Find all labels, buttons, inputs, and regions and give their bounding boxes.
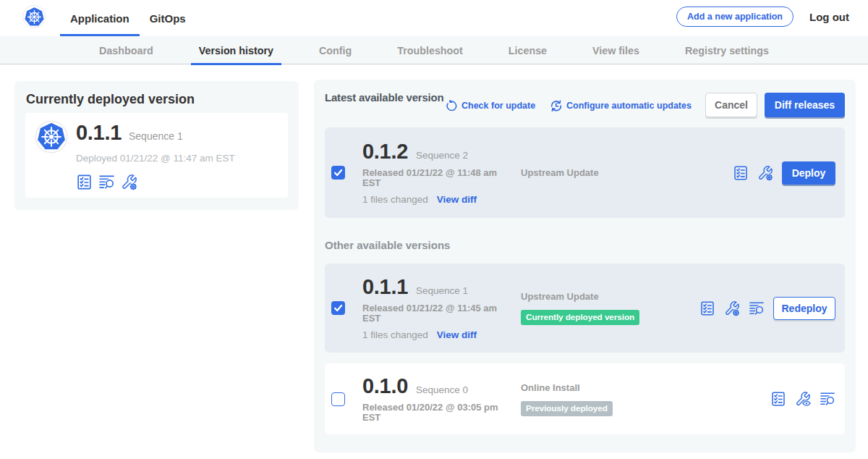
deployed-info: 0.1.1 Sequence 1 Deployed 01/21/22 @ 11:…: [76, 121, 235, 190]
version-checkbox-0-1-2[interactable]: [331, 166, 345, 180]
currently-deployed-badge: Currently deployed version: [521, 310, 639, 325]
version-sequence: Sequence 2: [416, 150, 468, 161]
version-sequence: Sequence 1: [416, 285, 468, 296]
version-number: 0.1.1: [362, 276, 408, 298]
nav-tab-gitops[interactable]: GitOps: [140, 0, 196, 36]
logs-icon[interactable]: [820, 391, 835, 407]
navbar-right: Add a new application Log out: [676, 0, 849, 35]
top-navbar: Application GitOps Add a new application…: [0, 0, 868, 36]
wrench-gear-icon[interactable]: [724, 300, 740, 316]
nav-tab-application[interactable]: Application: [60, 0, 140, 36]
view-diff-link[interactable]: View diff: [437, 329, 477, 340]
app-subnav: Dashboard Version history Config Trouble…: [0, 36, 868, 64]
currently-deployed-card: Currently deployed version 0.1.1 Sequenc…: [14, 81, 299, 210]
version-checkbox-0-1-1[interactable]: [331, 301, 345, 315]
deployed-version-card: 0.1.1 Sequence 1 Deployed 01/21/22 @ 11:…: [25, 113, 288, 198]
files-changed: 1 files changed: [362, 329, 428, 340]
subnav-tab-dashboard[interactable]: Dashboard: [91, 36, 161, 64]
version-source: Upstream Update: [521, 167, 599, 178]
preflight-checklist-icon[interactable]: [699, 300, 715, 316]
preflight-checklist-icon[interactable]: [770, 391, 786, 407]
version-history-panel: Latest available version Check for updat…: [314, 80, 856, 452]
version-released: Released 01/21/22 @ 11:48 am EST: [362, 168, 504, 188]
navbar-tabs: Application GitOps: [60, 0, 196, 36]
files-changed: 1 files changed: [362, 194, 428, 205]
preflight-checklist-icon[interactable]: [733, 165, 749, 181]
deployed-sequence: Sequence 1: [129, 130, 183, 142]
subnav-tab-config[interactable]: Config: [311, 36, 359, 64]
version-released: Released 01/20/22 @ 03:05 pm EST: [362, 403, 504, 423]
other-available-title: Other available versions: [325, 239, 845, 251]
subnav-tab-license[interactable]: License: [501, 36, 555, 64]
wrench-gear-icon[interactable]: [121, 174, 137, 190]
panel-header: Latest available version Check for updat…: [314, 80, 856, 127]
version-number: 0.1.2: [362, 140, 408, 162]
configure-automatic-updates-label: Configure automatic updates: [566, 101, 692, 111]
diff-releases-button[interactable]: Diff releases: [765, 93, 845, 117]
wrench-eye-icon[interactable]: [795, 391, 811, 407]
subnav-tab-view-files[interactable]: View files: [584, 36, 647, 64]
preflight-checklist-icon[interactable]: [76, 174, 93, 190]
app-logo: [35, 121, 67, 153]
subnav-tab-troubleshoot[interactable]: Troubleshoot: [389, 36, 471, 64]
configure-automatic-updates-link[interactable]: Configure automatic updates: [550, 100, 692, 111]
deploy-button[interactable]: Deploy: [782, 161, 835, 185]
redeploy-button[interactable]: Redeploy: [773, 297, 835, 320]
logout-link[interactable]: Log out: [809, 11, 849, 23]
subnav-tab-version-history[interactable]: Version history: [191, 36, 281, 64]
deployed-icons-row: [76, 174, 235, 190]
version-number: 0.1.0: [362, 375, 408, 397]
version-source: Upstream Update: [521, 291, 639, 302]
currently-deployed-title: Currently deployed version: [26, 92, 288, 106]
deployed-timestamp: Deployed 01/21/22 @ 11:47 am EST: [76, 153, 235, 164]
logs-icon[interactable]: [749, 300, 765, 316]
add-application-button[interactable]: Add a new application: [676, 7, 793, 27]
version-row-0-1-2: 0.1.2 Sequence 2 Released 01/21/22 @ 11:…: [325, 127, 845, 218]
version-source: Online Install: [521, 382, 613, 393]
deployed-version-row: 0.1.1 Sequence 1: [76, 121, 235, 144]
auto-update-clock-icon: [550, 100, 562, 111]
subnav-tab-registry-settings[interactable]: Registry settings: [677, 36, 777, 64]
version-row-0-1-1: 0.1.1 Sequence 1 Released 01/21/22 @ 11:…: [325, 264, 845, 353]
cancel-button[interactable]: Cancel: [705, 93, 757, 117]
check-for-update-link[interactable]: Check for update: [446, 100, 535, 111]
view-diff-link[interactable]: View diff: [437, 194, 477, 205]
wrench-gear-icon[interactable]: [757, 165, 773, 181]
check-for-update-label: Check for update: [461, 101, 535, 111]
version-checkbox-0-1-0[interactable]: [331, 392, 345, 406]
kubernetes-logo: [22, 5, 46, 28]
version-sequence: Sequence 0: [416, 384, 468, 395]
latest-available-title: Latest available version: [325, 91, 443, 104]
version-released: Released 01/21/22 @ 11:45 am EST: [362, 303, 504, 324]
previously-deployed-badge: Previously deployed: [521, 401, 613, 416]
version-row-0-1-0: 0.1.0 Sequence 0 Released 01/20/22 @ 03:…: [325, 363, 845, 434]
logs-icon[interactable]: [98, 174, 115, 190]
refresh-icon: [446, 100, 457, 111]
deployed-version-number: 0.1.1: [76, 121, 122, 144]
